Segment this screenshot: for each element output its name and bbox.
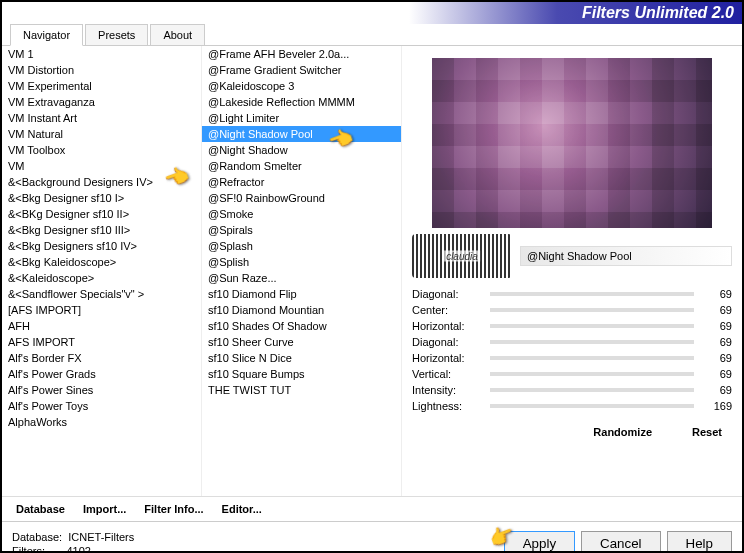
filter-item[interactable]: @SF!0 RainbowGround [202,190,401,206]
help-button[interactable]: Help [667,531,732,553]
toolbar-row: Database Import... Filter Info... Editor… [2,496,742,521]
param-row: Diagonal:69 [412,334,732,350]
param-value: 69 [702,336,732,348]
filter-item[interactable]: sf10 Diamond Mountian [202,302,401,318]
tab-navigator[interactable]: Navigator [10,24,83,46]
param-label: Diagonal: [412,336,482,348]
database-label: Database: [12,531,62,543]
import-button[interactable]: Import... [83,503,126,515]
filter-item[interactable]: sf10 Sheer Curve [202,334,401,350]
filter-item[interactable]: @Random Smelter [202,158,401,174]
category-item[interactable]: Alf's Power Grads [2,366,201,382]
filter-item[interactable]: @Light Limiter [202,110,401,126]
parameter-list: Diagonal:69Center:69Horizontal:69Diagona… [412,286,732,414]
category-item[interactable]: VM Natural [2,126,201,142]
category-item[interactable]: &<Sandflower Specials"v" > [2,286,201,302]
tab-about[interactable]: About [150,24,205,45]
category-item[interactable]: AFS IMPORT [2,334,201,350]
category-item[interactable]: AFH [2,318,201,334]
param-label: Diagonal: [412,288,482,300]
param-slider[interactable] [490,308,694,312]
param-slider[interactable] [490,340,694,344]
filters-count: 4102 [66,545,90,554]
category-item[interactable]: VM Extravaganza [2,94,201,110]
param-value: 69 [702,304,732,316]
tab-bar: Navigator Presets About [2,24,742,46]
watermark-logo [412,234,512,278]
param-value: 69 [702,320,732,332]
filters-label: Filters: [12,545,45,554]
param-label: Horizontal: [412,352,482,364]
category-item[interactable]: [AFS IMPORT] [2,302,201,318]
param-label: Lightness: [412,400,482,412]
param-row: Diagonal:69 [412,286,732,302]
category-item[interactable]: &<Kaleidoscope> [2,270,201,286]
title-bar: Filters Unlimited 2.0 [2,2,742,24]
param-value: 169 [702,400,732,412]
category-item[interactable]: VM Toolbox [2,142,201,158]
cancel-button[interactable]: Cancel [581,531,661,553]
filter-title-row: @Night Shadow Pool [412,234,732,278]
category-item[interactable]: VM [2,158,201,174]
category-item[interactable]: &<Bkg Designer sf10 I> [2,190,201,206]
category-item[interactable]: VM 1 [2,46,201,62]
filter-info-button[interactable]: Filter Info... [144,503,203,515]
filter-item[interactable]: @Spirals [202,222,401,238]
filter-item[interactable]: @Frame Gradient Switcher [202,62,401,78]
filter-item[interactable]: THE TWIST TUT [202,382,401,398]
filter-item[interactable]: @Night Shadow [202,142,401,158]
filter-item[interactable]: @Night Shadow Pool [202,126,401,142]
category-item[interactable]: &<Bkg Designers sf10 IV> [2,238,201,254]
randomize-button[interactable]: Randomize [593,426,652,438]
param-row: Intensity:69 [412,382,732,398]
param-slider[interactable] [490,388,694,392]
footer-info: Database: ICNET-Filters Filters: 4102 [12,530,504,554]
category-item[interactable]: &<BKg Designer sf10 II> [2,206,201,222]
param-slider[interactable] [490,404,694,408]
category-list[interactable]: VM 1VM DistortionVM ExperimentalVM Extra… [2,46,202,496]
category-item[interactable]: AlphaWorks [2,414,201,430]
category-item[interactable]: VM Instant Art [2,110,201,126]
filter-item[interactable]: sf10 Shades Of Shadow [202,318,401,334]
filter-item[interactable]: @Frame AFH Beveler 2.0a... [202,46,401,62]
filter-item[interactable]: @Refractor [202,174,401,190]
filter-item[interactable]: @Splish [202,254,401,270]
param-row: Vertical:69 [412,366,732,382]
tab-presets[interactable]: Presets [85,24,148,45]
category-item[interactable]: VM Experimental [2,78,201,94]
param-row: Horizontal:69 [412,350,732,366]
apply-button[interactable]: Apply [504,531,575,553]
filter-item[interactable]: @Lakeside Reflection MMMM [202,94,401,110]
app-title: Filters Unlimited 2.0 [582,4,734,22]
category-item[interactable]: Alf's Power Sines [2,382,201,398]
filter-item[interactable]: @Smoke [202,206,401,222]
param-slider[interactable] [490,356,694,360]
param-slider[interactable] [490,324,694,328]
preview-image [432,58,712,228]
param-row: Horizontal:69 [412,318,732,334]
param-label: Intensity: [412,384,482,396]
category-item[interactable]: &<Background Designers IV> [2,174,201,190]
category-item[interactable]: &<Bkg Kaleidoscope> [2,254,201,270]
param-label: Vertical: [412,368,482,380]
category-item[interactable]: Alf's Power Toys [2,398,201,414]
reset-button[interactable]: Reset [692,426,722,438]
filter-item[interactable]: @Sun Raze... [202,270,401,286]
param-slider[interactable] [490,372,694,376]
filter-item[interactable]: @Splash [202,238,401,254]
filter-item[interactable]: sf10 Diamond Flip [202,286,401,302]
param-value: 69 [702,384,732,396]
filter-list[interactable]: @Frame AFH Beveler 2.0a...@Frame Gradien… [202,46,402,496]
filter-item[interactable]: sf10 Slice N Dice [202,350,401,366]
main-panel: VM 1VM DistortionVM ExperimentalVM Extra… [2,46,742,496]
database-button[interactable]: Database [16,503,65,515]
editor-button[interactable]: Editor... [222,503,262,515]
param-value: 69 [702,352,732,364]
category-item[interactable]: VM Distortion [2,62,201,78]
param-value: 69 [702,288,732,300]
filter-item[interactable]: @Kaleidoscope 3 [202,78,401,94]
filter-item[interactable]: sf10 Square Bumps [202,366,401,382]
category-item[interactable]: Alf's Border FX [2,350,201,366]
category-item[interactable]: &<Bkg Designer sf10 III> [2,222,201,238]
param-slider[interactable] [490,292,694,296]
